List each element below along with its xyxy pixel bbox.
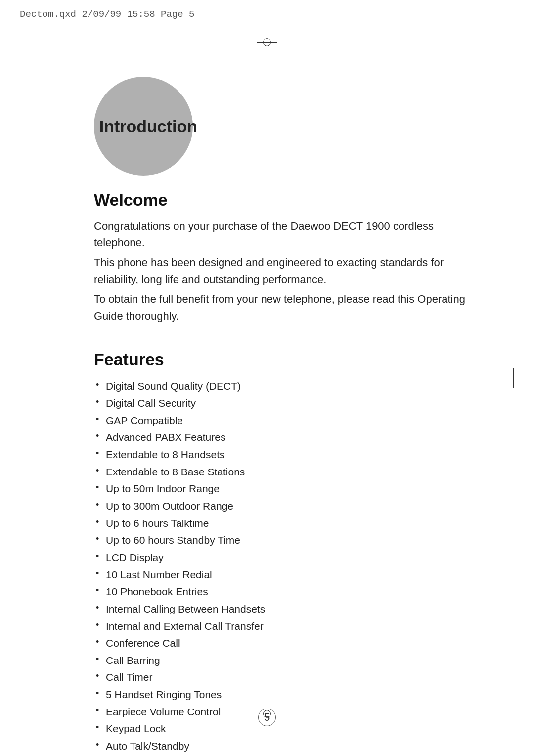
tick-left-icon [30, 378, 40, 378]
crosshair-right-icon [503, 368, 523, 388]
features-section: Features Digital Sound Quality (DECT)Dig… [94, 350, 475, 756]
welcome-paragraph-1: Congratulations on your purchase of the … [94, 218, 475, 251]
border-mark-bottom-left [34, 687, 34, 702]
intro-circle-container: Introduction [94, 77, 193, 176]
feature-item-18: 5 Handset Ringing Tones [94, 686, 475, 704]
welcome-paragraph-3: To obtain the full benefit from your new… [94, 291, 475, 325]
crosshair-top-icon [257, 32, 277, 52]
feature-item-0: Digital Sound Quality (DECT) [94, 378, 475, 395]
feature-item-6: Up to 50m Indoor Range [94, 480, 475, 498]
features-list: Digital Sound Quality (DECT)Digital Call… [94, 378, 475, 756]
border-mark-top-left [34, 54, 34, 69]
welcome-section: Welcome Congratulations on your purchase… [94, 190, 475, 325]
welcome-paragraph-2: This phone has been designed and enginee… [94, 254, 475, 288]
feature-item-8: Up to 6 hours Talktime [94, 515, 475, 532]
main-content: Introduction Welcome Congratulations on … [94, 77, 475, 687]
crosshair-left-icon [11, 368, 31, 388]
feature-item-7: Up to 300m Outdoor Range [94, 498, 475, 515]
feature-item-3: Advanced PABX Features [94, 429, 475, 446]
feature-item-2: GAP Compatible [94, 412, 475, 429]
file-header: Dectom.qxd 2/09/99 15:58 Page 5 [20, 9, 194, 20]
feature-item-16: Call Barring [94, 652, 475, 669]
welcome-heading: Welcome [94, 190, 475, 210]
feature-item-13: Internal Calling Between Handsets [94, 601, 475, 618]
page: Dectom.qxd 2/09/99 15:58 Page 5 Introduc… [0, 0, 534, 756]
border-mark-bottom-right [500, 687, 500, 702]
feature-item-17: Call Timer [94, 669, 475, 686]
feature-item-20: Keypad Lock [94, 720, 475, 738]
page-number: 5 [258, 709, 276, 726]
feature-item-14: Internal and External Call Transfer [94, 618, 475, 635]
tick-right-icon [494, 378, 504, 378]
feature-item-1: Digital Call Security [94, 395, 475, 412]
feature-item-4: Extendable to 8 Handsets [94, 446, 475, 464]
features-heading: Features [94, 350, 475, 369]
feature-item-10: LCD Display [94, 549, 475, 567]
feature-item-9: Up to 60 hours Standby Time [94, 532, 475, 549]
border-mark-top-right [500, 54, 500, 69]
feature-item-11: 10 Last Number Redial [94, 567, 475, 584]
intro-title: Introduction [99, 117, 197, 136]
feature-item-12: 10 Phonebook Entries [94, 583, 475, 601]
feature-item-21: Auto Talk/Standby [94, 738, 475, 755]
feature-item-15: Conference Call [94, 635, 475, 652]
feature-item-5: Extendable to 8 Base Stations [94, 464, 475, 481]
feature-item-19: Earpiece Volume Control [94, 704, 475, 721]
